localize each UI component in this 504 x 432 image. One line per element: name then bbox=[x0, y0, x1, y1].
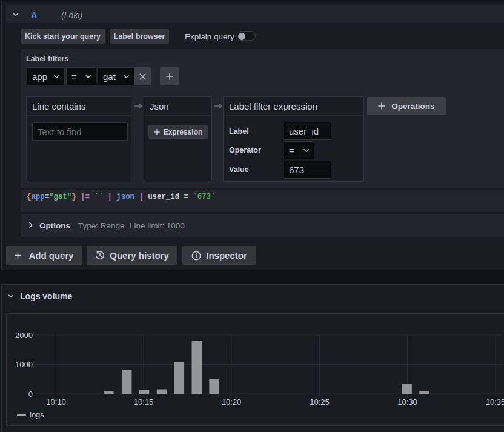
svg-text:2000: 2000 bbox=[15, 331, 33, 340]
svg-text:0: 0 bbox=[28, 390, 33, 399]
svg-text:10:25: 10:25 bbox=[310, 397, 330, 407]
svg-text:10:10: 10:10 bbox=[46, 397, 66, 407]
svg-text:10:30: 10:30 bbox=[397, 397, 417, 407]
svg-text:logs: logs bbox=[30, 410, 44, 419]
svg-text:1000: 1000 bbox=[15, 360, 33, 369]
svg-text:10:20: 10:20 bbox=[222, 397, 242, 407]
svg-text:10:35: 10:35 bbox=[486, 397, 504, 407]
svg-text:10:15: 10:15 bbox=[134, 397, 154, 407]
